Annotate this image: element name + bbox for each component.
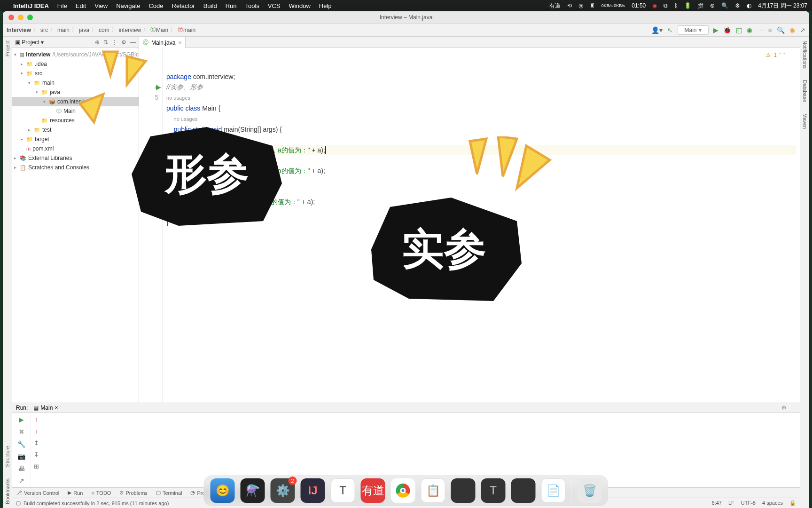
layout-icon[interactable]: ⊞ xyxy=(34,463,39,470)
wifi-icon[interactable]: ⊚ xyxy=(710,2,715,9)
run-tool-button[interactable]: ▶ Run xyxy=(68,490,83,496)
scroll-end-icon[interactable]: ↧ xyxy=(34,451,39,458)
tree-folder[interactable]: ▸📁.idea xyxy=(12,59,139,69)
file-encoding[interactable]: UTF-8 xyxy=(741,500,756,506)
spotlight-icon[interactable]: 🔍 xyxy=(721,2,728,9)
inspection-badge[interactable]: ⚠ 1 ˄ ˅ xyxy=(766,50,786,60)
code-editor[interactable]: 4▶ 5 13 14 15 ⚠ 1 ˄ ˅ package com.interv… xyxy=(139,48,800,403)
settings-gear-icon[interactable]: ⚙ xyxy=(121,39,126,46)
vcs-tool-button[interactable]: ⎇ Version Control xyxy=(16,490,59,496)
tools-icon[interactable]: 🔧 xyxy=(17,440,25,448)
close-window-button[interactable] xyxy=(8,15,14,20)
app-name[interactable]: IntelliJ IDEA xyxy=(13,2,49,9)
debug-button[interactable]: 🐞 xyxy=(723,26,731,34)
project-view-selector[interactable]: ▣ Project ▾ xyxy=(15,39,44,46)
down-stack-icon[interactable]: ↓ xyxy=(35,428,38,435)
breadcrumb[interactable]: com xyxy=(99,27,109,33)
menu-navigate[interactable]: Navigate xyxy=(116,2,140,9)
tree-external-libs[interactable]: ▸📚External Libraries xyxy=(12,153,139,163)
tree-folder[interactable]: ▸📁target xyxy=(12,135,139,144)
youdao-status-icon[interactable]: 有道 xyxy=(549,2,561,10)
minimize-window-button[interactable] xyxy=(18,15,23,20)
caret-position[interactable]: 6:47 xyxy=(712,500,722,506)
user-icon[interactable]: 👤▾ xyxy=(651,26,663,34)
run-tab[interactable]: ▤ Main × xyxy=(33,405,58,411)
display-icon[interactable]: ⧉ xyxy=(664,2,668,9)
breadcrumb[interactable]: main xyxy=(57,27,70,33)
close-tab-icon[interactable]: × xyxy=(178,40,181,46)
problems-tool-button[interactable]: ⊘ Problems xyxy=(119,490,147,496)
menu-help[interactable]: Help xyxy=(319,2,332,9)
menu-file[interactable]: File xyxy=(57,2,67,9)
locate-icon[interactable]: ⊕ xyxy=(95,39,100,46)
cc-icon[interactable]: ◎ xyxy=(578,2,583,9)
lab-app-icon[interactable]: ⚗️ xyxy=(241,478,265,503)
menu-code[interactable]: Code xyxy=(148,2,163,9)
menu-build[interactable]: Build xyxy=(203,2,217,9)
todo-tool-button[interactable]: ≡ TODO xyxy=(91,490,111,496)
tree-folder[interactable]: ▸📁test xyxy=(12,125,139,135)
breadcrumb[interactable]: ⓜ main xyxy=(178,26,195,34)
menu-refactor[interactable]: Refactor xyxy=(172,2,195,9)
attach-button[interactable]: ⋯ xyxy=(757,26,764,34)
menu-tools[interactable]: Tools xyxy=(245,2,259,9)
ide-updates-icon[interactable]: ◉ xyxy=(789,26,795,34)
menu-view[interactable]: View xyxy=(94,2,108,9)
soft-wrap-icon[interactable]: ↥ xyxy=(34,439,39,446)
run-config-selector[interactable]: Main ▾ xyxy=(678,25,709,35)
run-button[interactable]: ▶ xyxy=(713,26,718,34)
stop-icon[interactable]: ✖ xyxy=(19,428,24,436)
run-settings-icon[interactable]: ⚙ xyxy=(781,405,787,411)
chrome-app-icon[interactable] xyxy=(391,478,415,503)
coverage-button[interactable]: ◱ xyxy=(736,26,742,34)
menu-edit[interactable]: Edit xyxy=(76,2,86,9)
line-separator[interactable]: LF xyxy=(728,500,734,506)
camera-icon[interactable]: 📷 xyxy=(17,452,25,460)
readonly-lock-icon[interactable]: 🔒 xyxy=(789,500,796,506)
maximize-window-button[interactable] xyxy=(27,15,33,20)
breadcrumb[interactable]: src xyxy=(40,27,48,33)
ime-icon[interactable]: 拼 xyxy=(698,2,703,10)
notes-app-icon[interactable]: 📋 xyxy=(421,478,445,503)
breadcrumb[interactable]: Ⓒ Main xyxy=(150,26,168,34)
project-tree[interactable]: ▾▤Interview/Users/source/JAVA/Project/SG… xyxy=(12,48,139,403)
tree-folder[interactable]: ▾📁java xyxy=(12,87,139,97)
run-hide-icon[interactable]: — xyxy=(790,405,796,411)
tree-root[interactable]: ▾▤Interview/Users/source/JAVA/Project/SG… xyxy=(12,50,139,59)
run-gutter-icon[interactable]: ▶ xyxy=(156,82,161,92)
menu-vcs[interactable]: VCS xyxy=(268,2,281,9)
up-stack-icon[interactable]: ↑ xyxy=(35,416,38,423)
tree-scratches[interactable]: ▸📋Scratches and Consoles xyxy=(12,163,139,172)
breadcrumb-root[interactable]: Interview xyxy=(7,27,31,33)
database-tool-button[interactable]: Database xyxy=(802,80,808,102)
menu-window[interactable]: Window xyxy=(289,2,311,9)
collapse-all-icon[interactable]: ⋮ xyxy=(112,39,117,46)
tree-file[interactable]: mpom.xml xyxy=(12,144,139,153)
sync-icon[interactable]: ⟲ xyxy=(567,2,572,9)
typora-app-icon[interactable]: T xyxy=(481,478,506,503)
profile-button[interactable]: ◉ xyxy=(747,26,752,34)
stop-button[interactable]: ■ xyxy=(768,26,772,34)
intellij-app-icon[interactable]: IJ xyxy=(301,478,325,503)
status-icon[interactable]: ▢ xyxy=(16,500,21,506)
control-center-icon[interactable]: ⚙ xyxy=(735,2,740,9)
dark-app2-icon[interactable] xyxy=(511,478,536,503)
settings-icon[interactable]: ↗ xyxy=(800,26,805,34)
record-icon[interactable]: ◉ xyxy=(652,2,657,9)
project-tool-button[interactable]: Project xyxy=(5,40,10,56)
bookmarks-tool-button[interactable]: Bookmarks xyxy=(5,478,10,504)
date-time[interactable]: 4月17日 周一 23:07 xyxy=(758,2,807,10)
tower-icon[interactable]: ♜ xyxy=(590,2,595,9)
rerun-icon[interactable]: ▶ xyxy=(19,416,24,423)
tree-folder[interactable]: ▾📁src xyxy=(12,69,139,78)
tree-package[interactable]: ▾📦com.interview xyxy=(12,97,139,106)
breadcrumb[interactable]: java xyxy=(79,27,89,33)
indent-setting[interactable]: 4 spaces xyxy=(762,500,783,506)
expand-all-icon[interactable]: ⇅ xyxy=(103,39,108,46)
dark-app-icon[interactable] xyxy=(451,478,476,503)
editor-tab[interactable]: ⒸMain.java× xyxy=(139,37,186,48)
tree-folder[interactable]: ▾📁main xyxy=(12,78,139,87)
tree-folder[interactable]: 📁resources xyxy=(12,116,139,125)
notifications-tool-button[interactable]: Notifications xyxy=(802,40,808,69)
breadcrumb[interactable]: interview xyxy=(119,27,141,33)
